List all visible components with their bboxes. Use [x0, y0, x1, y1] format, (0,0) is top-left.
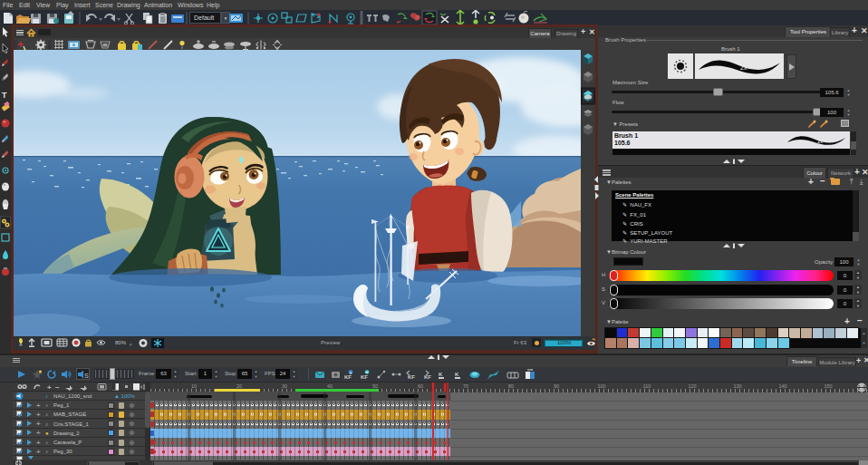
svg-text:2x: 2x	[817, 139, 823, 144]
svg-text:KF: KF	[361, 374, 368, 380]
svg-text:S: S	[84, 373, 89, 379]
svg-text:+: +	[47, 383, 52, 391]
svg-text:T: T	[2, 91, 7, 100]
svg-text:KF: KF	[424, 374, 431, 380]
svg-text:KF: KF	[344, 374, 352, 380]
svg-text:K: K	[439, 372, 443, 377]
svg-text:2x: 2x	[740, 64, 747, 71]
svg-text:+: +	[349, 370, 352, 375]
svg-text:−: −	[55, 383, 60, 391]
svg-text:K: K	[455, 372, 459, 377]
